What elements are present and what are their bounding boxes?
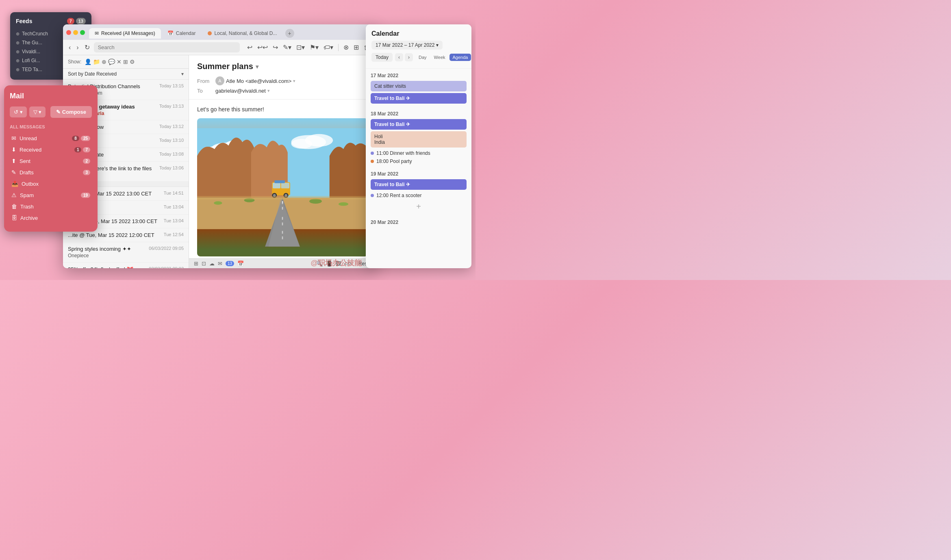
cal-week-btn[interactable]: Week [431,54,449,61]
sort-arrow-icon[interactable]: ▾ [181,71,184,77]
mail-count-badge: 13 [226,261,234,266]
compose-button[interactable]: ✎ Compose [50,106,92,118]
tab-local-news[interactable]: Local, National, & Global D... [202,28,282,39]
view-icon-3[interactable]: ☁ [209,260,215,267]
cal-date-20mar: 20 Mar 2022 [371,219,467,225]
unread-badge-dark: 8 [72,136,79,141]
email-time-10: Tue 12:54 [164,232,184,237]
svg-point-18 [214,201,222,205]
compose-toolbar-button[interactable]: ✎▾ [281,43,293,52]
archive-toolbar-button[interactable]: ⊞ [352,43,360,52]
from-dropdown-icon[interactable]: ▾ [293,78,295,84]
filter-button[interactable]: ▽ ▾ [29,106,46,117]
show-rss-btn[interactable]: ⊕ [102,59,106,65]
cal-event-cat-sitter[interactable]: Cat sitter visits [371,81,467,91]
email-item-11[interactable]: Spring styles incoming ✦✦ 06/03/2022 09:… [63,242,189,263]
received-badge-light: 7 [83,147,90,152]
feed-label-4: Lofi Gi... [22,58,40,63]
forward-button[interactable]: › [75,43,80,52]
show-icon-buttons: 👤 📁 ⊕ 💬 ✕ ⊞ ⚙ [85,59,135,65]
email-meta-12: 25% off - 24h flash offer! 🎀 03/03/2022 … [68,266,184,268]
tab-calendar[interactable]: 📅 Calendar [162,28,202,39]
mail-nav-sent[interactable]: ⬆ Sent 2 [10,155,92,167]
mail-nav-drafts-label: Drafts [20,169,34,176]
mail-nav-unread[interactable]: ✉ Unread 8 25 [10,132,92,144]
cal-view-tabs: Day Week Agenda [415,54,471,61]
tab-bar: ✉ Received (All Messages) 📅 Calendar Loc… [63,24,376,40]
email-time-3: Today 13:12 [159,124,184,129]
mail-nav-outbox-label: Outbox [22,181,39,187]
forward-msg-button[interactable]: ↪ [271,43,280,52]
move-button[interactable]: ⊡▾ [295,43,306,52]
show-archive-btn[interactable]: ⊞ [123,59,128,65]
rss-icon-5: ⊕ [16,67,20,72]
mail-icon-bottom[interactable]: ✉ [218,260,222,267]
cal-date-19mar: 19 Mar 2022 [371,171,467,177]
mail-nav-archive[interactable]: 🗄 Archive [10,212,92,224]
cal-event-scooter[interactable]: 12:00 Rent a scooter [371,191,467,200]
back-button[interactable]: ‹ [67,43,72,52]
view-icon-1[interactable]: ⊞ [194,260,198,267]
tab-received[interactable]: ✉ Received (All Messages) [89,28,161,39]
show-settings-btn[interactable]: ⚙ [130,59,135,65]
date-range-arrow: ▾ [436,42,439,48]
mail-nav-outbox[interactable]: 📤 Outbox [10,178,92,189]
tab-local-news-label: Local, National, & Global D... [214,30,277,36]
close-button[interactable] [66,30,71,35]
add-tab-button[interactable]: + [285,29,294,38]
show-folder-btn[interactable]: 📁 [93,59,100,65]
reply-button[interactable]: ↩ [245,43,254,52]
to-dropdown-icon[interactable]: ▾ [267,88,270,93]
show-people-btn[interactable]: 👤 [85,59,91,65]
refresh-button[interactable]: ↺ ▾ [10,106,27,117]
email-sub-11: Onepiece [68,253,184,258]
mail-nav-received[interactable]: ⬇ Received 1 7 [10,144,92,155]
email-time-9: Tue 13:04 [164,218,184,223]
spam-toolbar-button[interactable]: ⊗ [342,43,350,52]
cal-event-bali-17[interactable]: Travel to Bali ✈ [371,93,467,104]
minimize-button[interactable] [73,30,78,35]
svg-rect-15 [274,180,285,183]
email-image [197,118,368,256]
dinner-dot [371,152,374,155]
cal-event-pool[interactable]: 18:00 Pool party [371,157,467,165]
refresh-toolbar-button[interactable]: ↻ [83,43,91,52]
tab-calendar-label: Calendar [176,30,196,36]
cal-section-18mar: 18 Mar 2022 Travel to Bali ✈ Holi India … [366,107,471,167]
mail-nav-trash[interactable]: 🗑 Trash [10,201,92,212]
sent-icon: ⬆ [11,158,16,164]
orange-dot-icon [208,31,212,35]
cal-event-bali-18[interactable]: Travel to Bali ✈ [371,119,467,130]
mail-nav-spam[interactable]: ⚠ Spam 19 [10,189,92,201]
view-icon-2[interactable]: ⊡ [202,260,206,267]
add-event-button[interactable]: + [371,200,467,214]
cal-event-bali-19[interactable]: Travel to Bali ✈ [371,179,467,190]
show-delete-btn[interactable]: ✕ [117,59,122,65]
search-input[interactable] [94,42,240,52]
toolbar: ‹ › ↻ ↩ ↩↩ ↪ ✎▾ ⊡▾ ⚑▾ 🏷▾ ⊗ ⊞ 🗑 [63,40,376,55]
tag-button[interactable]: 🏷▾ [322,43,335,52]
cal-next-button[interactable]: › [405,53,413,61]
show-chat-btn[interactable]: 💬 [108,59,115,65]
email-item-12[interactable]: 25% off - 24h flash offer! 🎀 03/03/2022 … [63,263,189,268]
maximize-button[interactable] [80,30,85,35]
email-meta-11: Spring styles incoming ✦✦ 06/03/2022 09:… [68,246,184,252]
unread-badges: 8 25 [72,136,90,141]
rss-icon: ⊕ [16,31,20,37]
cal-event-dinner[interactable]: 11:00 Dinner with friends [371,149,467,157]
compose-icon: ✎ [56,109,61,115]
cal-event-holi[interactable]: Holi India [371,131,467,148]
today-button[interactable]: Today [371,53,393,62]
email-time-7: Tue 14:51 [164,191,184,195]
feeds-header: Feeds 7 13 [16,18,86,24]
cal-agenda-btn[interactable]: Agenda [449,54,471,61]
reply-all-button[interactable]: ↩↩ [256,43,269,52]
calendar-icon-bottom[interactable]: 📅 [237,260,244,267]
cal-prev-button[interactable]: ‹ [395,53,403,61]
cal-day-btn[interactable]: Day [415,54,430,61]
holi-subtitle: India [374,139,463,145]
flag-button[interactable]: ⚑▾ [308,43,320,52]
subject-dropdown-icon[interactable]: ▾ [256,63,258,70]
mail-nav-drafts[interactable]: ✎ Drafts 3 [10,167,92,178]
feeds-badge-total: 13 [76,18,86,24]
